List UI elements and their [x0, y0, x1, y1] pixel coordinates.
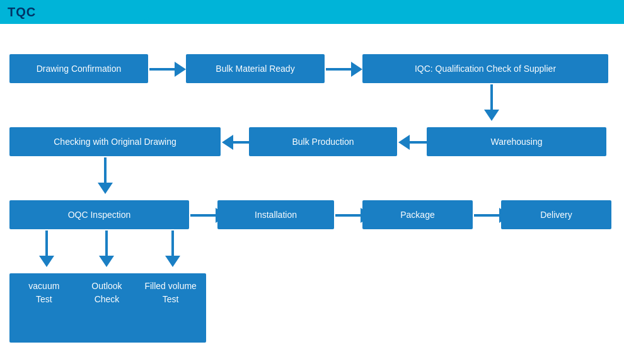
package-box: Package — [362, 200, 473, 229]
oqc-inspection-box: OQC Inspection — [9, 200, 189, 229]
header-arrow-decoration — [139, 0, 158, 24]
filled-volume-test-label: Filled volume Test — [144, 280, 196, 306]
arrow-d3-vacuum — [39, 230, 54, 267]
arrow-d3-filled — [165, 230, 180, 267]
header: TQC — [0, 0, 624, 24]
arrow-d3-outlook — [99, 230, 114, 267]
flow-diagram: Drawing Confirmation Bulk Material Ready… — [0, 24, 624, 364]
arrow-d1 — [484, 84, 499, 121]
warehousing-box: Warehousing — [427, 127, 606, 156]
arrow-r2 — [326, 62, 362, 77]
iqc-box: IQC: Qualification Check of Supplier — [362, 54, 608, 83]
sub-checks-box: vacuum Test Outlook Check Filled volume … — [9, 273, 206, 343]
bulk-production-box: Bulk Production — [249, 127, 397, 156]
installation-box: Installation — [217, 200, 334, 229]
outlook-check-label: Outlook Check — [91, 280, 122, 306]
delivery-box: Delivery — [501, 200, 611, 229]
vacuum-test-label: vacuum Test — [28, 280, 59, 306]
checking-original-box: Checking with Original Drawing — [9, 127, 221, 156]
bulk-material-ready-box: Bulk Material Ready — [186, 54, 325, 83]
arrow-r1 — [149, 62, 186, 77]
header-title: TQC — [8, 5, 36, 20]
arrow-d2 — [98, 157, 113, 194]
drawing-confirmation-box: Drawing Confirmation — [9, 54, 148, 83]
